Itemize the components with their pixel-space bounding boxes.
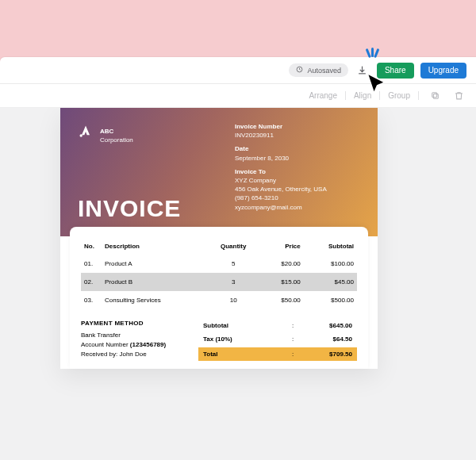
canvas[interactable]: ABC Corporation INVOICE Invoice Number I… [0, 108, 476, 460]
svg-point-3 [80, 134, 83, 136]
table-row: 03. Consulting Services 10 $50.00 $500.0… [81, 291, 357, 309]
brand-sub: Corporation [100, 136, 133, 144]
invoice-to-label: Invoice To [235, 167, 362, 176]
to-addr: 456 Oak Avenue, Othercity, USA [235, 185, 362, 194]
tax-row: Tax (10%) : $64.50 [198, 332, 357, 346]
to-phone: (987) 654-3210 [235, 194, 362, 202]
download-icon[interactable] [355, 63, 370, 79]
date-label: Date [235, 144, 362, 153]
payment-method: PAYMENT METHOD Bank Transfer Account Num… [81, 319, 198, 361]
col-subtotal: Subtotal [304, 238, 357, 255]
svg-rect-2 [432, 93, 436, 98]
payment-line2: Account Number (123456789) [81, 340, 198, 350]
share-button[interactable]: Share [377, 63, 414, 79]
invoice-header: ABC Corporation INVOICE Invoice Number I… [60, 108, 378, 236]
payment-line3: Received by: John Doe [81, 350, 198, 359]
to-name: XYZ Company [235, 176, 362, 185]
col-qty: Quantity [206, 238, 260, 255]
totals-section: PAYMENT METHOD Bank Transfer Account Num… [81, 319, 357, 361]
align-button[interactable]: Align [346, 91, 380, 100]
summary: Subtotal : $645.00 Tax (10%) : $64.50 To… [198, 319, 357, 361]
brand-name: ABC [100, 128, 113, 135]
table-row: 01. Product A 5 $20.00 $100.00 [81, 255, 357, 273]
app-surface: Autosaved Share Upgrade Arrange Align Gr… [0, 57, 476, 460]
payment-title: PAYMENT METHOD [81, 319, 198, 328]
arrange-button[interactable]: Arrange [301, 91, 346, 100]
invoice-document[interactable]: ABC Corporation INVOICE Invoice Number I… [60, 108, 378, 369]
trash-icon[interactable] [451, 88, 466, 104]
upgrade-button[interactable]: Upgrade [420, 63, 466, 79]
to-email: xyzcompany@mail.com [235, 203, 362, 212]
group-button[interactable]: Group [380, 91, 419, 100]
format-bar: Arrange Align Group [0, 84, 476, 108]
invoice-meta: Invoice Number INV20230911 Date Septembe… [235, 122, 362, 212]
invoice-number: INV20230911 [235, 131, 362, 140]
table-row: 02. Product B 3 $15.00 $45.00 [81, 273, 357, 291]
invoice-title: INVOICE [78, 195, 181, 222]
autosaved-pill: Autosaved [289, 63, 348, 77]
subtotal-row: Subtotal : $645.00 [198, 319, 357, 332]
duplicate-icon[interactable] [427, 88, 443, 104]
total-row: Total : $709.50 [198, 347, 357, 361]
payment-line1: Bank Transfer [81, 331, 198, 340]
line-items-table: No. Description Quantity Price Subtotal … [81, 238, 357, 309]
svg-rect-1 [433, 94, 438, 98]
col-price: Price [260, 238, 304, 255]
col-desc: Description [102, 238, 206, 255]
invoice-body: No. Description Quantity Price Subtotal … [70, 227, 368, 369]
col-no: No. [81, 238, 102, 255]
topbar: Autosaved Share Upgrade [0, 57, 476, 84]
table-header-row: No. Description Quantity Price Subtotal [81, 238, 357, 255]
clock-icon [296, 66, 303, 75]
date-value: September 8, 2030 [235, 154, 362, 163]
autosaved-label: Autosaved [307, 67, 341, 75]
invoice-number-label: Invoice Number [235, 122, 362, 131]
brand-logo-icon [78, 124, 94, 143]
